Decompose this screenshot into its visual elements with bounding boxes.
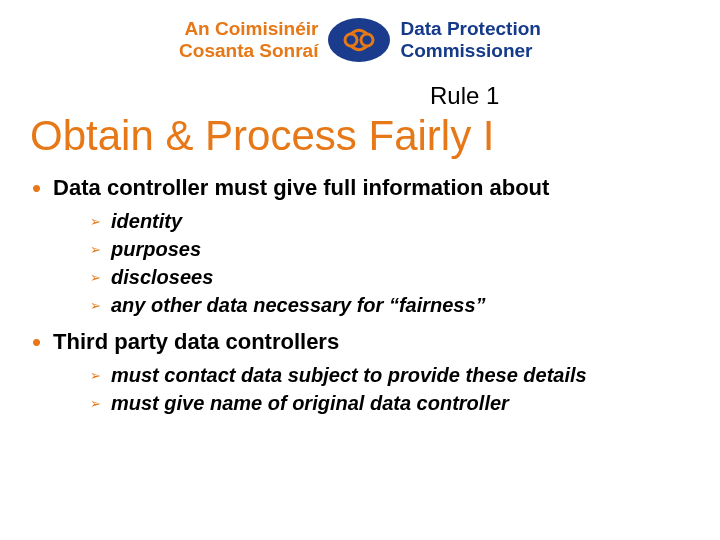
content: • Data controller must give full informa…: [0, 174, 720, 416]
page-title: Obtain & Process Fairly I: [30, 112, 720, 160]
sublist: ➢ identity ➢ purposes ➢ disclosees ➢ any…: [90, 208, 692, 318]
bullet-text: Data controller must give full informati…: [53, 174, 549, 202]
chevron-right-icon: ➢: [90, 368, 101, 383]
sub-text: disclosees: [111, 264, 213, 290]
header-left-line2: Cosanta Sonraí: [179, 40, 318, 62]
list-item: ➢ identity: [90, 208, 692, 234]
header-left-text: An Coimisinéir Cosanta Sonraí: [179, 18, 318, 62]
chevron-right-icon: ➢: [90, 214, 101, 229]
sublist: ➢ must contact data subject to provide t…: [90, 362, 692, 416]
bullet-icon: •: [32, 174, 41, 202]
chevron-right-icon: ➢: [90, 396, 101, 411]
list-item: ➢ any other data necessary for “fairness…: [90, 292, 692, 318]
sub-text: must give name of original data controll…: [111, 390, 509, 416]
bullet-item: • Data controller must give full informa…: [28, 174, 692, 202]
bullet-icon: •: [32, 328, 41, 356]
header-right-line2: Commissioner: [400, 40, 540, 62]
chevron-right-icon: ➢: [90, 298, 101, 313]
bullet-text: Third party data controllers: [53, 328, 339, 356]
bullet-item: • Third party data controllers: [28, 328, 692, 356]
header: An Coimisinéir Cosanta Sonraí Data Prote…: [0, 0, 720, 70]
list-item: ➢ disclosees: [90, 264, 692, 290]
chevron-right-icon: ➢: [90, 270, 101, 285]
sub-text: identity: [111, 208, 182, 234]
chevron-right-icon: ➢: [90, 242, 101, 257]
sub-text: any other data necessary for “fairness”: [111, 292, 486, 318]
logo-icon: [328, 18, 390, 62]
header-right-text: Data Protection Commissioner: [400, 18, 540, 62]
header-right-line1: Data Protection: [400, 18, 540, 40]
sub-text: purposes: [111, 236, 201, 262]
rule-label: Rule 1: [430, 82, 720, 110]
sub-text: must contact data subject to provide the…: [111, 362, 587, 388]
list-item: ➢ must contact data subject to provide t…: [90, 362, 692, 388]
list-item: ➢ must give name of original data contro…: [90, 390, 692, 416]
list-item: ➢ purposes: [90, 236, 692, 262]
header-left-line1: An Coimisinéir: [179, 18, 318, 40]
